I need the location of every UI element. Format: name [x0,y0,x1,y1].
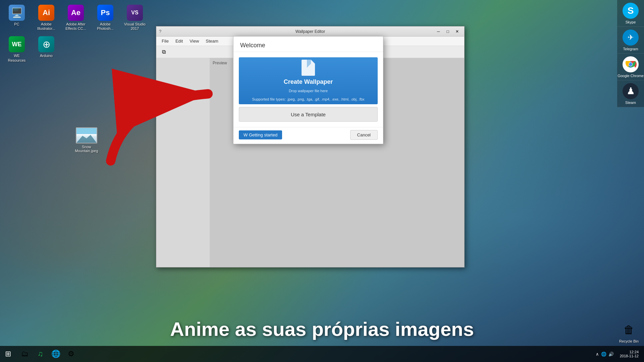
chrome-label: Google Chrome [618,74,644,78]
desktop-icon-arduino[interactable]: ⊕ Arduino [33,35,60,64]
ae-icon: Ae [68,5,84,21]
start-icon: ⊞ [5,350,11,358]
tray-network: 🌐 [601,352,606,357]
cancel-label: Cancel [357,132,371,137]
taskbar-sys-icons: ∧ 🌐 🔊 [594,352,616,357]
taskbar-chrome[interactable]: 🌐 [48,347,63,361]
pc-label: PC [14,22,19,26]
steam-tray-item[interactable]: ♟ Steam [617,80,644,107]
chrome-tray-item[interactable]: Google Chrome [617,54,644,80]
desktop-icon-vs[interactable]: VS Visual Studio 2017 [121,3,148,32]
menu-edit[interactable]: Edit [173,38,185,45]
arduino-icon: ⊕ [38,36,54,52]
snow-mountain-thumbnail [76,127,97,143]
use-template-label: Use a Template [291,112,326,117]
maximize-button[interactable]: □ [443,28,452,35]
vs-label: Visual Studio 2017 [123,22,147,31]
dialog-footer: W Getting started Cancel [233,127,383,144]
file-icon [302,60,315,76]
ai-label: Adobe Illustrator... [34,22,58,31]
create-wallpaper-title: Create Wallpaper [284,78,333,85]
pc-icon: 🖥️ [9,5,25,21]
menu-file[interactable]: File [159,38,171,45]
window-sidebar [156,58,210,267]
desktop-icon-ai[interactable]: Ai Adobe Illustrator... [33,3,60,32]
tray-volume[interactable]: 🔊 [608,352,614,357]
taskbar-icons: 🗂 ♫ 🌐 ⚙ [17,347,78,361]
telegram-icon: ✈ [623,29,639,46]
desktop: 🖥️ PC Ai Adobe Illustrator... Ae Adobe A… [0,0,644,362]
icon-row-1: 🖥️ PC Ai Adobe Illustrator... Ae Adobe A… [3,3,148,32]
desktop-icon-pc[interactable]: 🖥️ PC [3,3,30,32]
snow-mountain-label: Snow Mountain.jpeg [73,145,100,153]
taskbar-file-explorer[interactable]: 🗂 [17,347,32,361]
we-icon: WE [9,36,25,52]
toolbar-copy-icon[interactable]: ⧉ [159,47,168,57]
preview-label: Preview [213,61,227,65]
svg-point-3 [629,63,632,66]
create-wallpaper-button[interactable]: Create Wallpaper Drop wallpaper file her… [239,57,378,104]
time-display: 12:24 [629,350,639,354]
window-titlebar: ? Wallpaper Editor ─ □ ✕ [156,26,464,37]
skype-icon: S [623,3,639,19]
close-button[interactable]: ✕ [453,28,462,35]
desktop-icon-ps[interactable]: Ps Adobe Photosh... [92,3,119,32]
steam-label: Steam [625,101,636,105]
arduino-label: Arduino [40,54,53,58]
ai-icon: Ai [38,5,54,21]
create-wallpaper-drop-text: Drop wallpaper file here [289,88,328,94]
telegram-label: Telegram [623,47,638,51]
telegram-tray-item[interactable]: ✈ Telegram [617,27,644,54]
window-controls: ─ □ ✕ [434,28,462,35]
use-template-button[interactable]: Use a Template [239,107,378,122]
ps-label: Adobe Photosh... [93,22,117,31]
snow-mountain-file[interactable]: Snow Mountain.jpeg [73,127,100,153]
desktop-icons-area: 🖥️ PC Ai Adobe Illustrator... Ae Adobe A… [3,3,148,64]
date-display: 2018-11-12 [620,354,639,358]
skype-label: Skype [626,20,636,24]
menu-view[interactable]: View [187,38,202,45]
getting-started-button[interactable]: W Getting started [239,130,282,139]
help-icon[interactable]: ? [159,29,161,34]
vs-icon: VS [127,5,143,21]
taskbar-settings[interactable]: ⚙ [64,347,78,361]
desktop-icon-ae[interactable]: Ae Adobe After Effects CC... [62,3,89,32]
cancel-button[interactable]: Cancel [350,130,378,140]
ae-label: Adobe After Effects CC... [64,22,88,31]
getting-started-label: W Getting started [244,132,277,137]
dialog-title: Welcome [233,37,383,52]
minimize-button[interactable]: ─ [434,28,443,35]
ps-icon: Ps [97,5,113,21]
create-wallpaper-supported-text: Supported file types: .jpeg, .png, .tga,… [252,97,364,102]
menu-steam[interactable]: Steam [203,38,221,45]
chrome-icon [623,56,639,72]
taskbar: ⊞ 🗂 ♫ 🌐 ⚙ ∧ 🌐 🔊 12:24 2018-11-12 [0,346,644,362]
start-button[interactable]: ⊞ [0,346,16,362]
bottom-caption: Anime as suas próprias imagens [0,318,644,340]
welcome-dialog: Welcome Create Wallpaper Drop wallpaper … [233,36,383,144]
skype-tray-item[interactable]: S Skype [617,0,644,27]
taskbar-right: ∧ 🌐 🔊 12:24 2018-11-12 [594,350,644,358]
taskbar-spotify[interactable]: ♫ [33,347,48,361]
icon-row-2: WE WE Resources ⊕ Arduino [3,35,148,64]
steam-icon: ♟ [623,83,639,99]
dialog-body: Create Wallpaper Drop wallpaper file her… [233,52,383,127]
tray-chevron[interactable]: ∧ [596,352,599,357]
window-title: Wallpaper Editor [296,29,325,34]
taskbar-time: 12:24 2018-11-12 [617,350,641,358]
we-label: WE Resources [5,54,29,62]
desktop-icon-we[interactable]: WE WE Resources [3,35,30,64]
system-tray: S Skype ✈ Telegram Google Chrome [617,0,644,107]
